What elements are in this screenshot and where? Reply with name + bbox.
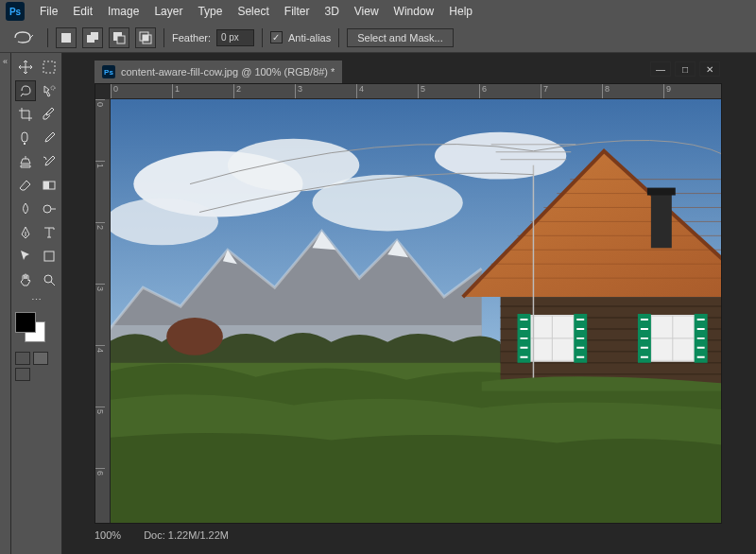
canvas-image[interactable] [111, 99, 721, 523]
intersect-selection-icon[interactable] [135, 27, 156, 48]
tool-more-icon[interactable]: ⋯ [15, 294, 58, 306]
marquee-tool[interactable] [39, 57, 60, 78]
svg-point-9 [51, 86, 55, 90]
eraser-tool[interactable] [15, 175, 36, 196]
svg-point-13 [43, 205, 51, 213]
document-tab[interactable]: Ps content-aware-fill-cow.jpg @ 100% (RG… [94, 61, 342, 83]
menu-edit[interactable]: Edit [65, 1, 100, 22]
eyedropper-tool[interactable] [39, 104, 60, 125]
dodge-tool[interactable] [39, 199, 60, 219]
zoom-tool[interactable] [39, 269, 60, 290]
spot-healing-tool[interactable] [15, 128, 36, 148]
menu-view[interactable]: View [347, 1, 387, 22]
shape-tool[interactable] [39, 246, 60, 267]
svg-point-20 [312, 175, 462, 232]
crop-tool[interactable] [15, 104, 36, 125]
document-window: 012345678910 0123456 [94, 83, 722, 524]
feather-label: Feather: [172, 32, 211, 43]
menu-layer[interactable]: Layer [146, 1, 190, 22]
history-brush-tool[interactable] [39, 151, 60, 172]
doc-size[interactable]: Doc: 1.22M/1.22M [144, 529, 229, 541]
window-minimize-button[interactable]: — [650, 61, 671, 77]
options-bar: Feather: ✓ Anti-alias Select and Mask... [0, 23, 756, 53]
svg-point-23 [166, 318, 223, 355]
quick-mask-toggle[interactable] [15, 352, 58, 365]
gradient-tool[interactable] [39, 175, 60, 196]
blur-tool[interactable] [15, 199, 36, 219]
menu-file[interactable]: File [32, 1, 65, 22]
svg-rect-12 [43, 182, 49, 189]
feather-input[interactable] [216, 29, 254, 46]
svg-rect-2 [91, 32, 98, 40]
menu-bar: Ps File Edit Image Layer Type Select Fil… [0, 0, 756, 23]
svg-rect-8 [43, 61, 55, 73]
svg-rect-10 [22, 132, 27, 142]
select-and-mask-button[interactable]: Select and Mask... [347, 28, 454, 47]
ruler-vertical[interactable]: 0123456 [95, 99, 111, 523]
subtract-selection-icon[interactable] [109, 27, 129, 48]
clone-stamp-tool[interactable] [15, 151, 36, 172]
svg-point-19 [111, 199, 218, 246]
svg-rect-0 [61, 33, 71, 43]
ps-file-icon: Ps [102, 65, 115, 78]
menu-select[interactable]: Select [230, 1, 276, 22]
canvas-area: Ps content-aware-fill-cow.jpg @ 100% (RG… [62, 53, 756, 554]
path-selection-tool[interactable] [15, 246, 36, 267]
quick-selection-tool[interactable] [39, 80, 60, 101]
menu-3d[interactable]: 3D [317, 1, 346, 22]
panel-collapse-strip[interactable]: « [0, 53, 11, 554]
svg-rect-4 [117, 36, 125, 43]
lasso-tool-indicator[interactable] [6, 27, 40, 48]
status-bar: 100% Doc: 1.22M/1.22M [94, 526, 229, 545]
svg-rect-7 [143, 35, 148, 41]
hand-tool[interactable] [15, 269, 36, 290]
color-swatches[interactable] [15, 312, 53, 346]
menu-window[interactable]: Window [387, 1, 442, 22]
svg-rect-26 [647, 188, 676, 196]
ruler-horizontal[interactable]: 012345678910 [111, 84, 721, 99]
brush-tool[interactable] [39, 128, 60, 148]
new-selection-icon[interactable] [56, 27, 77, 48]
zoom-level[interactable]: 100% [94, 529, 121, 541]
window-close-button[interactable]: ✕ [699, 61, 720, 77]
document-tab-title: content-aware-fill-cow.jpg @ 100% (RGB/8… [121, 66, 335, 78]
app-logo: Ps [6, 2, 25, 21]
menu-image[interactable]: Image [100, 1, 146, 22]
pen-tool[interactable] [15, 222, 36, 243]
svg-point-21 [435, 132, 566, 180]
lasso-tool[interactable] [15, 80, 36, 101]
window-maximize-button[interactable]: □ [675, 61, 696, 77]
tool-panel: ⋯ [11, 53, 62, 554]
move-tool[interactable] [15, 57, 36, 78]
add-selection-icon[interactable] [82, 27, 103, 48]
type-tool[interactable] [39, 222, 60, 243]
svg-rect-25 [651, 192, 672, 249]
svg-rect-14 [44, 251, 54, 261]
antialias-label: Anti-alias [288, 32, 331, 43]
svg-point-15 [44, 275, 52, 283]
screen-mode-toggle[interactable] [15, 368, 58, 381]
menu-filter[interactable]: Filter [277, 1, 318, 22]
antialias-checkbox[interactable]: ✓ [270, 31, 283, 43]
menu-type[interactable]: Type [190, 1, 230, 22]
foreground-color-swatch[interactable] [15, 312, 36, 333]
menu-help[interactable]: Help [441, 1, 480, 22]
